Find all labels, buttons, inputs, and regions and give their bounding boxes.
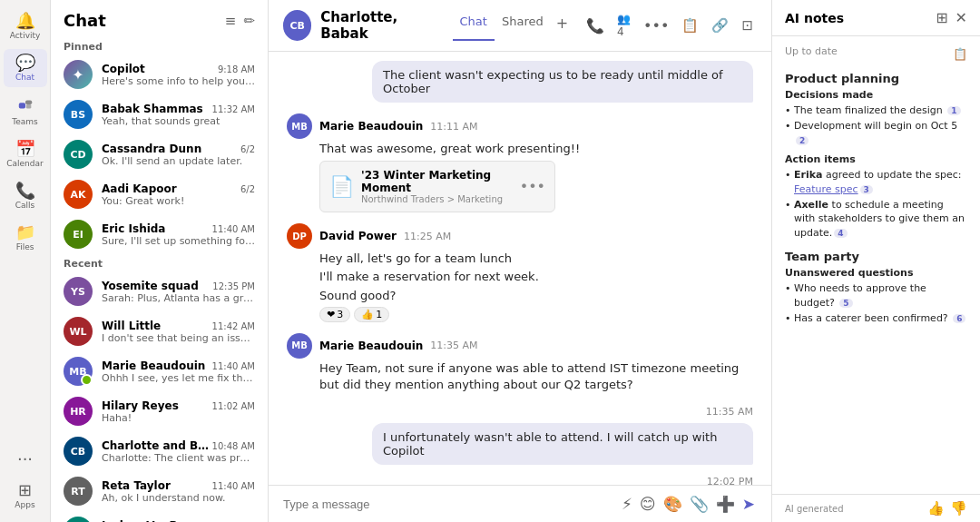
chat-item-aadi[interactable]: AK Aadi Kapoor 6/2 You: Great work! <box>51 174 268 214</box>
nav-sidebar: 🔔 Activity 💬 Chat Teams 📅 Calendar 📞 Cal… <box>0 0 51 522</box>
chat-item-copilot[interactable]: ✦ Copilot 9:18 AM Here's some info to he… <box>51 54 268 94</box>
chat-item-hilary[interactable]: HR Hilary Reyes 11:02 AM Haha! <box>51 391 268 431</box>
chat-name-eric: Eric Ishida <box>102 222 165 235</box>
chat-list-title: Chat <box>64 11 106 30</box>
chat-item-charlotte-babak[interactable]: CB Charlotte and Babak 10:48 AM Charlott… <box>51 431 268 471</box>
avatar-cassandra: CD <box>64 140 93 169</box>
chat-name-copilot: Copilot <box>102 63 145 75</box>
msg-text-marie-1: That was awesome, great work presenting!… <box>319 141 753 157</box>
chat-name-cassandra: Cassandra Dunn <box>102 143 201 155</box>
ai-settings-icon[interactable]: ⊞ <box>936 9 947 26</box>
ai-panel-title: AI notes <box>785 11 928 25</box>
chat-item-will[interactable]: WL Will Little 11:42 AM I don't see that… <box>51 311 268 351</box>
more-button[interactable]: ••• <box>640 14 672 38</box>
share-button[interactable]: 🔗 <box>708 14 732 37</box>
nav-item-teams[interactable]: Teams <box>4 91 47 132</box>
nav-item-more[interactable]: ··· <box>4 446 47 473</box>
message-input[interactable] <box>283 497 612 511</box>
message-group-david: DP David Power 11:25 AM Hey all, let's g… <box>287 223 753 322</box>
nav-item-calendar[interactable]: 📅 Calendar <box>4 135 47 173</box>
avatar-aadi: AK <box>64 180 93 209</box>
nav-item-chat[interactable]: 💬 Chat <box>4 49 47 87</box>
chat-item-cassandra[interactable]: CD Cassandra Dunn 6/2 Ok. I'll send an u… <box>51 134 268 174</box>
chat-time-copilot: 9:18 AM <box>218 64 255 74</box>
reaction-thumbsup[interactable]: 👍1 <box>354 307 389 322</box>
chat-time-eric: 11:40 AM <box>212 224 255 234</box>
chat-list-header: Chat ≡ ✏️ <box>51 0 268 37</box>
message-group-marie-1: MB Marie Beaudouin 11:11 AM That was awe… <box>287 113 753 212</box>
ai-section-title-party: Team party <box>785 250 967 263</box>
feature-spec-link[interactable]: Feature spec <box>794 183 858 195</box>
chat-header-avatar: CB <box>283 10 311 41</box>
format-icon[interactable]: ⚡ <box>620 493 634 515</box>
list-item: Erika agreed to update the spec: Feature… <box>785 167 967 197</box>
more-icon: ··· <box>17 451 33 468</box>
chat-item-yosemite[interactable]: YS Yosemite squad 12:35 PM Sarah: Plus, … <box>51 271 268 311</box>
chat-time-reta: 11:40 AM <box>212 481 255 491</box>
nav-item-apps[interactable]: ⊞ Apps <box>4 477 47 515</box>
ai-close-icon[interactable]: ✕ <box>956 9 967 26</box>
chat-item-babak[interactable]: BS Babak Shammas 11:32 AM Yeah, that sou… <box>51 94 268 134</box>
chat-item-reta[interactable]: RT Reta Taylor 11:40 AM Ah, ok I underst… <box>51 471 268 511</box>
avatar-reta: RT <box>64 477 93 506</box>
nav-item-calls[interactable]: 📞 Calls <box>4 177 47 215</box>
chat-item-joshua[interactable]: JV Joshua VanBuren 10:29 AM Thanks for r… <box>51 511 268 522</box>
file-more-icon[interactable]: ••• <box>520 178 545 195</box>
chat-name-babak: Babak Shammas <box>102 103 203 115</box>
thumbs-down-icon[interactable]: 👎 <box>950 500 967 517</box>
chat-list-panel: Chat ≡ ✏️ Pinned ✦ Copilot 9:18 AM Here'… <box>51 0 269 522</box>
activity-icon: 🔔 <box>15 13 35 29</box>
ai-subsection-action: Action items <box>785 153 967 165</box>
msg-sender-marie: Marie Beaudouin <box>319 120 423 133</box>
chat-preview-eric: Sure, I'll set up something for next wee… <box>102 235 255 247</box>
reaction-thumbsup-count: 1 <box>376 309 382 320</box>
chat-item-eric[interactable]: EI Eric Ishida 11:40 AM Sure, I'll set u… <box>51 214 268 254</box>
expand-button[interactable]: ⊡ <box>738 14 757 37</box>
notes-button[interactable]: 📋 <box>678 14 702 37</box>
filter-icon[interactable]: ≡ <box>225 13 237 29</box>
attach-icon[interactable]: 📎 <box>688 493 710 515</box>
chat-name-reta: Reta Taylor <box>102 479 171 492</box>
chat-item-marie[interactable]: MB Marie Beaudouin 11:40 AM Ohhh I see, … <box>51 351 268 391</box>
tab-chat[interactable]: Chat <box>453 11 495 41</box>
tab-add[interactable]: + <box>551 11 573 41</box>
thumbs-up-icon[interactable]: 👍 <box>927 500 945 517</box>
avatar-copilot: ✦ <box>64 60 93 89</box>
avatar-yosemite: YS <box>64 277 93 306</box>
ai-subsection-decisions: Decisions made <box>785 89 967 101</box>
reaction-heart[interactable]: ❤️3 <box>319 307 350 322</box>
more-actions-icon[interactable]: ➕ <box>714 493 737 515</box>
msg-text-david-2: I'll make a reservation for next week. <box>319 269 753 285</box>
msg-text-marie-2: Hey Team, not sure if anyone was able to… <box>319 360 753 393</box>
copy-icon[interactable]: 📋 <box>953 47 967 61</box>
message-bubble-right-1: The client wasn't expecting us to be rea… <box>287 61 753 106</box>
bubble-text-2: I unfortunately wasn't able to attend. I… <box>372 423 753 465</box>
avatar-joshua: JV <box>64 517 93 522</box>
chat-preview-hilary: Haha! <box>102 412 255 424</box>
ai-panel: AI notes ⊞ ✕ Up to date 📋 Product planni… <box>771 0 980 522</box>
ai-section-title-product: Product planning <box>785 72 967 85</box>
chat-preview-copilot: Here's some info to help you prep for yo… <box>102 75 255 87</box>
nav-item-activity[interactable]: 🔔 Activity <box>4 7 47 45</box>
list-item: Development will begin on Oct 5 2 <box>785 118 967 148</box>
avatar-hilary: HR <box>64 397 93 426</box>
ai-panel-footer: AI generated 👍 👎 <box>772 494 980 522</box>
list-item: Has a caterer been confirmed? 6 <box>785 310 967 326</box>
ai-badge-6: 6 <box>953 314 965 323</box>
call-button[interactable]: 📞 <box>583 14 608 38</box>
emoji-icon[interactable]: 😊 <box>638 493 658 515</box>
participants-button[interactable]: 👥 4 <box>613 9 634 42</box>
teams-icon <box>17 96 34 115</box>
file-name: '23 Winter Marketing Moment <box>361 169 513 194</box>
nav-item-files[interactable]: 📁 Files <box>4 219 47 257</box>
compose-icon[interactable]: ✏️ <box>243 13 255 29</box>
svg-rect-2 <box>25 104 30 109</box>
files-icon: 📁 <box>15 224 35 241</box>
chat-icon: 💬 <box>15 54 35 71</box>
send-button[interactable]: ➤ <box>740 493 757 515</box>
tab-shared[interactable]: Shared <box>495 11 551 41</box>
sticker-icon[interactable]: 🎨 <box>662 493 684 515</box>
messages-area: The client wasn't expecting us to be rea… <box>269 52 771 485</box>
file-card[interactable]: 📄 '23 Winter Marketing Moment Northwind … <box>319 161 555 212</box>
msg-avatar-david: DP <box>287 223 312 249</box>
